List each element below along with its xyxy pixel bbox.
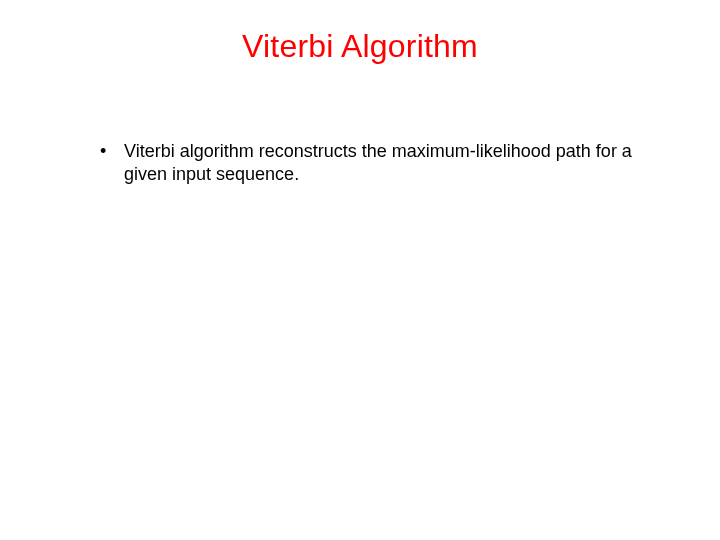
list-item: Viterbi algorithm reconstructs the maxim… xyxy=(92,140,660,185)
slide-title: Viterbi Algorithm xyxy=(0,28,720,65)
bullet-text: Viterbi algorithm reconstructs the maxim… xyxy=(124,141,632,184)
bullet-list: Viterbi algorithm reconstructs the maxim… xyxy=(92,140,660,185)
slide: Viterbi Algorithm Viterbi algorithm reco… xyxy=(0,0,720,540)
slide-body: Viterbi algorithm reconstructs the maxim… xyxy=(92,140,660,185)
